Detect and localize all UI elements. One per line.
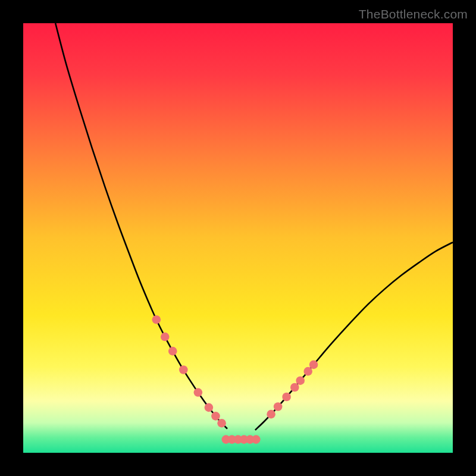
bottom-marker-band: [221, 435, 260, 444]
bottom-band-marker: [252, 435, 261, 444]
curve-marker: [179, 365, 188, 374]
curve-marker: [296, 376, 305, 385]
curve-marker: [217, 419, 226, 428]
curve-marker: [194, 388, 203, 397]
chart-plot: [23, 23, 453, 453]
curve-marker: [205, 403, 214, 412]
chart-stage: TheBottleneck.com: [0, 0, 476, 476]
gradient-background: [23, 23, 453, 453]
watermark-text: TheBottleneck.com: [359, 7, 468, 21]
curve-marker: [274, 402, 283, 411]
curve-marker: [152, 315, 161, 324]
curve-marker: [168, 347, 177, 356]
curve-marker: [282, 393, 291, 402]
curve-marker: [267, 410, 275, 419]
curve-marker: [303, 367, 312, 376]
curve-marker: [290, 383, 299, 392]
curve-marker: [309, 361, 318, 369]
curve-marker: [211, 412, 220, 421]
curve-marker: [161, 333, 170, 342]
